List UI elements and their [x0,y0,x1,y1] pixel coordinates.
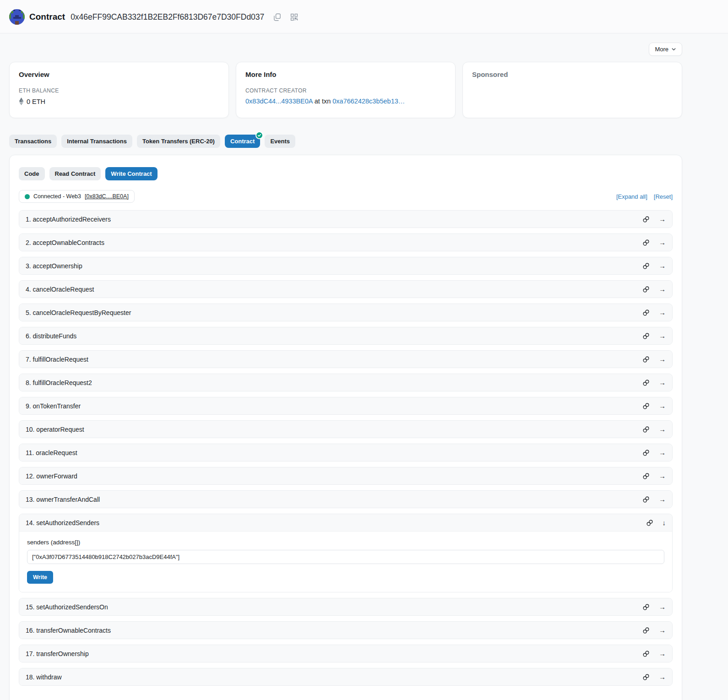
function-row-header[interactable]: 8. fulfillOracleRequest2 → [19,374,672,391]
expand-arrow-icon[interactable]: → [659,356,666,363]
function-form: senders (address[]) Write [19,531,672,592]
function-row-header[interactable]: 1. acceptAuthorizedReceivers → [19,211,672,228]
permalink-icon[interactable] [642,496,650,503]
more-info-card-title: More Info [245,71,446,78]
permalink-icon[interactable] [642,673,650,681]
permalink-icon[interactable] [642,309,650,316]
function-row-header[interactable]: 6. distributeFunds → [19,327,672,344]
function-row-header[interactable]: 16. transferOwnableContracts → [19,622,672,639]
reset-link[interactable]: [Reset] [654,193,673,200]
permalink-icon[interactable] [642,449,650,456]
tab-events[interactable]: Events [265,135,295,148]
expand-arrow-icon[interactable]: → [659,603,666,610]
senders-field-label: senders (address[]) [27,539,664,546]
expand-arrow-icon[interactable]: → [659,216,666,222]
expand-arrow-icon[interactable]: → [659,379,666,386]
function-accordion-row: 3. acceptOwnership → [19,257,673,275]
function-name-label: 4. cancelOracleRequest [26,286,642,293]
expand-arrow-icon[interactable]: → [659,426,666,433]
contract-panel: Code Read Contract Write Contract Connec… [9,155,682,700]
function-name-label: 13. ownerTransferAndCall [26,496,642,503]
permalink-icon[interactable] [642,402,650,410]
expand-arrow-icon[interactable]: → [659,627,666,634]
at-txn-text: at txn [315,98,331,105]
expand-arrow-icon[interactable]: → [659,309,666,316]
expand-arrow-icon[interactable]: → [659,472,666,479]
function-row-header[interactable]: 9. onTokenTransfer → [19,397,672,414]
permalink-icon[interactable] [642,262,650,270]
expand-arrow-icon[interactable]: → [659,650,666,657]
function-row-header[interactable]: 12. ownerForward → [19,467,672,484]
tab-contract[interactable]: Contract [225,135,260,148]
permalink-icon[interactable] [642,356,650,363]
function-row-header[interactable]: 10. operatorRequest → [19,421,672,438]
permalink-icon[interactable] [642,379,650,386]
expand-arrow-icon[interactable]: → [659,402,666,409]
connected-wallet-link[interactable]: [0x83dC....BE0A] [85,193,129,200]
function-name-label: 1. acceptAuthorizedReceivers [26,216,642,223]
function-row-header[interactable]: 14. setAuthorizedSenders ↓ [19,514,672,531]
overview-card-title: Overview [19,71,219,78]
function-row-header[interactable]: 11. oracleRequest → [19,444,672,461]
function-row-header[interactable]: 18. withdraw → [19,668,672,685]
permalink-icon[interactable] [642,472,650,480]
expand-arrow-icon[interactable]: → [659,286,666,293]
permalink-icon[interactable] [646,519,653,526]
function-row-header[interactable]: 5. cancelOracleRequestByRequester → [19,304,672,321]
qr-code-icon[interactable] [290,13,298,21]
expand-arrow-icon[interactable]: ↓ [663,519,666,526]
wallet-connect-status[interactable]: Connected - Web3 [0x83dC....BE0A] [19,190,135,203]
tab-internal-transactions[interactable]: Internal Transactions [61,135,132,148]
function-row-header[interactable]: 2. acceptOwnableContracts → [19,234,672,251]
permalink-icon[interactable] [642,650,650,657]
function-row-header[interactable]: 7. fulfillOracleRequest → [19,351,672,368]
function-name-label: 18. withdraw [26,673,642,681]
copy-address-icon[interactable] [273,13,281,21]
creation-txn-link[interactable]: 0xa7662428c3b5eb13… [332,98,405,105]
overview-card: Overview ETH BALANCE 0 ETH [9,62,229,118]
function-row-header[interactable]: 13. ownerTransferAndCall → [19,491,672,508]
permalink-icon[interactable] [642,216,650,223]
expand-arrow-icon[interactable]: → [659,496,666,503]
function-row-header[interactable]: 17. transferOwnership → [19,645,672,662]
expand-arrow-icon[interactable]: → [659,332,666,339]
expand-arrow-icon[interactable]: → [659,262,666,269]
permalink-icon[interactable] [642,603,650,611]
permalink-icon[interactable] [642,332,650,340]
tab-transactions[interactable]: Transactions [9,135,57,148]
function-accordion-row: 13. ownerTransferAndCall → [19,490,673,508]
permalink-icon[interactable] [642,426,650,433]
subtab-write-contract[interactable]: Write Contract [105,167,157,180]
function-accordion-row: 16. transferOwnableContracts → [19,621,673,639]
function-accordion-row: 18. withdraw → [19,668,673,686]
function-row-header[interactable]: 3. acceptOwnership → [19,257,672,274]
permalink-icon[interactable] [642,627,650,634]
function-accordion-row: 10. operatorRequest → [19,420,673,438]
function-name-label: 6. distributeFunds [26,332,642,340]
creator-address-link[interactable]: 0x83dC44...4933BE0A [245,98,313,105]
contract-subtabs: Code Read Contract Write Contract [19,167,673,180]
permalink-icon[interactable] [642,286,650,293]
connected-status-text: Connected - Web3 [33,193,81,200]
contract-creator-label: CONTRACT CREATOR [245,87,446,94]
subtab-code[interactable]: Code [19,167,45,180]
function-accordion-row: 17. transferOwnership → [19,645,673,662]
expand-arrow-icon[interactable]: → [659,449,666,456]
expand-all-link[interactable]: [Expand all] [616,193,647,200]
senders-input[interactable] [27,550,664,564]
tab-token-transfers-erc-20[interactable]: Token Transfers (ERC-20) [137,135,220,148]
expand-arrow-icon[interactable]: → [659,239,666,246]
function-accordion-row: 5. cancelOracleRequestByRequester → [19,304,673,321]
more-dropdown-button[interactable]: More [649,43,682,56]
function-name-label: 9. onTokenTransfer [26,402,642,410]
write-button[interactable]: Write [27,571,53,584]
permalink-icon[interactable] [642,239,650,246]
function-row-header[interactable]: 15. setAuthorizedSendersOn → [19,598,672,615]
subtab-read-contract[interactable]: Read Contract [49,167,101,180]
function-row-header[interactable]: 4. cancelOracleRequest → [19,281,672,298]
sponsored-card: Sponsored [462,62,682,118]
expand-arrow-icon[interactable]: → [659,673,666,680]
function-name-label: 10. operatorRequest [26,426,642,433]
chevron-down-icon [671,47,676,52]
more-info-card: More Info CONTRACT CREATOR 0x83dC44...49… [236,62,456,118]
